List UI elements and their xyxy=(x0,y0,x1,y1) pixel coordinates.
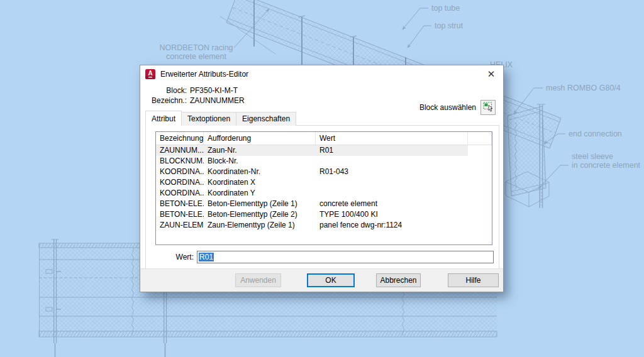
cell-prompt: Beton-Elementtyp (Zeile 2) xyxy=(204,209,316,220)
cell-value xyxy=(316,177,468,188)
cell-name: ZAUN-ELEM... xyxy=(156,220,204,231)
cell-value: panel fence dwg-nr:1124 xyxy=(316,220,468,231)
tab-eigenschaften[interactable]: Eigenschaften xyxy=(236,112,296,126)
cell-value: R01 xyxy=(316,145,468,156)
cell-stub xyxy=(468,199,492,209)
dialog-title: Erweiterter Attributs-Editor xyxy=(160,70,484,79)
attribute-table: Bezeichnung Aufforderung Wert ZAUNNUM...… xyxy=(155,131,492,245)
tab-textoptionen[interactable]: Textoptionen xyxy=(181,112,236,126)
cell-value: TYPE 100/400 KI xyxy=(316,209,468,220)
cell-prompt: Zaun-Elementtyp (Zeile 1) xyxy=(204,220,316,231)
select-block-button[interactable] xyxy=(480,100,496,115)
dialog-titlebar[interactable]: A Erweiterter Attributs-Editor ✕ xyxy=(140,65,503,82)
dialog-footer: Anwenden OK Abbrechen Hilfe xyxy=(140,268,503,292)
wert-input-selected-text: R01 xyxy=(199,253,214,261)
wert-input[interactable]: R01 xyxy=(197,251,494,263)
annotation-nordbeton-line2: concrete element xyxy=(166,52,226,61)
table-row[interactable]: KOORDINA... Koordinaten X xyxy=(156,177,492,188)
tag-label: Bezeichn.: xyxy=(140,96,187,106)
annotation-top-strut: top strut xyxy=(435,21,464,30)
close-icon[interactable]: ✕ xyxy=(484,69,498,80)
cell-name: BLOCKNUM... xyxy=(156,156,204,167)
table-row[interactable]: BETON-ELE... Beton-Elementtyp (Zeile 2) … xyxy=(156,209,492,220)
attribute-editor-dialog: A Erweiterter Attributs-Editor ✕ Block: … xyxy=(140,65,504,292)
cell-prompt: Block-Nr. xyxy=(204,156,316,167)
cell-value xyxy=(316,156,468,167)
tab-strip: Attribut Textoptionen Eigenschaften xyxy=(145,112,296,126)
cell-value: concrete element xyxy=(316,199,468,209)
cell-name: KOORDINA... xyxy=(156,188,204,199)
table-row[interactable]: ZAUNNUM... Zaun-Nr. R01 xyxy=(156,145,492,156)
dialog-header: Block: PF350-KI-M-T Bezeichn.: ZAUNNUMME… xyxy=(140,82,503,111)
column-header-stub xyxy=(468,132,492,145)
cancel-button[interactable]: Abbrechen xyxy=(376,273,421,287)
select-block-icon xyxy=(483,101,494,114)
table-row[interactable]: KOORDINA... Koordinaten Y xyxy=(156,188,492,199)
cell-stub xyxy=(468,167,492,177)
ok-button[interactable]: OK xyxy=(307,273,355,287)
cell-name: BETON-ELE... xyxy=(156,209,204,220)
svg-text:A: A xyxy=(148,70,152,77)
annotation-top-tube: top tube xyxy=(431,4,460,13)
wert-label: Wert: xyxy=(146,253,194,261)
cell-value: R01-043 xyxy=(316,167,468,177)
value-edit-row: Wert: R01 xyxy=(146,251,499,263)
table-row[interactable]: KOORDINA... Koordinaten-Nr. R01-043 xyxy=(156,167,492,177)
cell-value xyxy=(316,188,468,199)
apply-button[interactable]: Anwenden xyxy=(235,273,281,287)
cell-stub xyxy=(468,188,492,199)
cell-prompt: Koordinaten Y xyxy=(204,188,316,199)
block-label: Block: xyxy=(140,85,187,96)
cell-prompt: Koordinaten-Nr. xyxy=(204,167,316,177)
annotation-steel-sleeve-line1: steel sleeve xyxy=(572,152,613,161)
cell-stub xyxy=(468,209,492,220)
annotation-mesh-rombo: mesh ROMBO G80/4 xyxy=(546,84,621,92)
select-block-label: Block auswählen xyxy=(419,103,476,112)
table-row[interactable]: BLOCKNUM... Block-Nr. xyxy=(156,156,492,167)
cell-prompt: Koordinaten X xyxy=(204,177,316,188)
cell-name: KOORDINA... xyxy=(156,167,204,177)
annotation-steel-sleeve-line2: in concrete element xyxy=(572,161,641,170)
help-button[interactable]: Hilfe xyxy=(448,273,499,287)
table-row[interactable]: BETON-ELE... Beton-Elementtyp (Zeile 1) … xyxy=(156,199,492,209)
cell-name: BETON-ELE... xyxy=(156,199,204,209)
cell-name: KOORDINA... xyxy=(156,177,204,188)
column-header-wert[interactable]: Wert xyxy=(316,132,468,145)
cell-stub xyxy=(468,220,492,231)
table-row[interactable]: ZAUN-ELEM... Zaun-Elementtyp (Zeile 1) p… xyxy=(156,220,492,231)
cell-prompt: Zaun-Nr. xyxy=(204,145,316,156)
cell-prompt: Beton-Elementtyp (Zeile 1) xyxy=(204,199,316,209)
block-value: PF350-KI-M-T xyxy=(190,85,503,96)
column-header-aufforderung[interactable]: Aufforderung xyxy=(204,132,316,145)
cell-stub xyxy=(468,177,492,188)
tab-attribut[interactable]: Attribut xyxy=(145,111,182,126)
table-header-row: Bezeichnung Aufforderung Wert xyxy=(156,132,492,145)
column-header-bezeichnung[interactable]: Bezeichnung xyxy=(156,132,204,145)
cell-stub xyxy=(468,156,492,167)
cell-stub xyxy=(468,145,492,156)
annotation-nordbeton-line1: NORDBETON racing xyxy=(159,43,233,52)
attribute-tab-panel: Bezeichnung Aufforderung Wert ZAUNNUM...… xyxy=(145,125,499,270)
cell-name: ZAUNNUM... xyxy=(156,145,204,156)
annotation-end-connection: end connection xyxy=(569,129,622,138)
right-fence-panel xyxy=(506,104,549,208)
autocad-icon: A xyxy=(145,69,155,79)
